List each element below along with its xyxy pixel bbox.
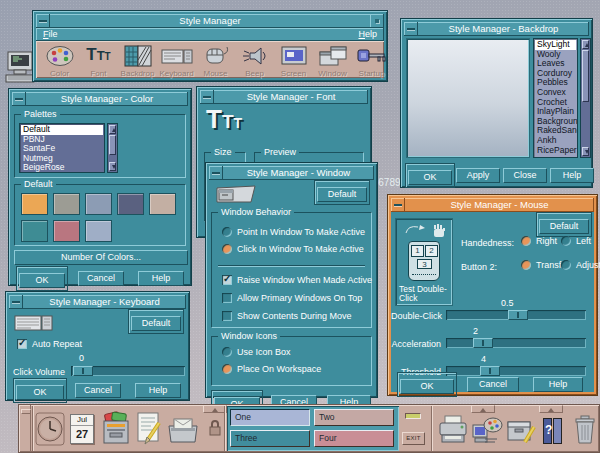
color-swatch[interactable]	[85, 220, 112, 242]
scroll-down-arrow[interactable]	[109, 162, 116, 171]
ok-button[interactable]: OK	[19, 273, 65, 288]
cancel-button[interactable]: Cancel	[75, 383, 121, 398]
workspace-button-four[interactable]: Four	[314, 430, 394, 447]
default-button[interactable]: Default	[317, 187, 367, 202]
color-swatch[interactable]	[21, 193, 48, 215]
color-swatch[interactable]	[53, 193, 80, 215]
threshold-slider[interactable]	[446, 366, 586, 376]
cancel-button[interactable]: Cancel	[467, 377, 519, 392]
apply-button[interactable]: Apply	[456, 168, 500, 183]
sm-icon-color[interactable]: Color	[40, 43, 79, 78]
help-button[interactable]: Help	[550, 168, 594, 183]
slider-knob[interactable]	[508, 310, 528, 320]
color-swatch[interactable]	[85, 193, 112, 215]
color-swatch[interactable]	[149, 193, 176, 215]
menu-help[interactable]: Help	[358, 28, 377, 41]
sm-icon-mouse[interactable]: Mouse	[196, 43, 235, 78]
radio-left[interactable]: Left	[561, 236, 591, 246]
checkbox-icon[interactable]	[17, 339, 27, 349]
workspace-button-three[interactable]: Three	[230, 430, 310, 447]
radio-icon[interactable]	[521, 260, 531, 270]
help-button[interactable]: Help	[533, 377, 583, 392]
slider-knob[interactable]	[480, 366, 500, 376]
clock-icon[interactable]	[35, 409, 65, 449]
palettes-scrollbar[interactable]	[107, 123, 118, 173]
scroll-up-arrow[interactable]	[582, 40, 589, 49]
radio-icon[interactable]	[222, 364, 232, 374]
workspace-button-two[interactable]: Two	[314, 409, 394, 426]
window-menu-button[interactable]	[200, 90, 214, 104]
workspace-button-one[interactable]: One	[230, 409, 310, 426]
window-menu-button[interactable]	[12, 92, 26, 106]
sm-icon-screen[interactable]: Screen	[274, 43, 313, 78]
window-menu-button[interactable]	[391, 198, 405, 212]
check-show-contents[interactable]: Show Contents During Move	[222, 311, 352, 321]
number-of-colors-button[interactable]: Number Of Colors...	[14, 250, 188, 265]
scroll-down-arrow[interactable]	[582, 147, 589, 156]
help-icon[interactable]: ?	[539, 414, 569, 448]
text-editor-icon[interactable]	[135, 410, 165, 448]
window-menu-button[interactable]	[404, 22, 418, 36]
checkbox-icon[interactable]	[222, 293, 232, 303]
color-swatch[interactable]	[53, 220, 80, 242]
slider-knob[interactable]	[473, 338, 493, 348]
sm-icon-font[interactable]: TTT Font	[79, 43, 118, 78]
app-manager-icon[interactable]	[505, 413, 537, 447]
click-volume-slider[interactable]	[71, 366, 185, 376]
scroll-thumb[interactable]	[582, 50, 589, 102]
radio-click-in-window[interactable]: Click In Window To Make Active	[222, 244, 364, 254]
palettes-list[interactable]: DefaultPBNJSantaFeNutmegBeigeRoseLilac	[19, 123, 105, 173]
help-button[interactable]: Help	[135, 383, 181, 398]
style-manager-icon[interactable]	[471, 414, 503, 448]
double-click-slider[interactable]	[446, 310, 586, 320]
radio-adjust[interactable]: Adjust	[561, 260, 600, 270]
list-item[interactable]: RicePaper	[535, 146, 576, 156]
slider-knob[interactable]	[73, 366, 93, 376]
mouse-test-area[interactable]: 1 2 3 Test Double-Click	[395, 218, 453, 306]
radio-icon[interactable]	[561, 236, 571, 246]
radio-icon[interactable]	[521, 236, 531, 246]
radio-place-on-workspace[interactable]: Place On Workspace	[222, 364, 321, 374]
lock-icon[interactable]	[207, 418, 223, 436]
sm-icon-backdrop[interactable]: Backdrop	[118, 43, 157, 78]
scroll-up-arrow[interactable]	[109, 125, 116, 134]
radio-icon[interactable]	[222, 227, 232, 237]
sm-icon-window[interactable]: Window	[313, 43, 352, 78]
file-manager-icon[interactable]	[100, 410, 132, 448]
sm-icon-beep[interactable]: Beep	[235, 43, 274, 78]
sm-icon-startup[interactable]: Startup	[352, 43, 391, 78]
mail-icon[interactable]	[167, 413, 199, 447]
cancel-button[interactable]: Cancel	[78, 271, 124, 286]
window-restore-button[interactable]	[370, 14, 384, 28]
exit-button[interactable]: EXIT	[402, 432, 425, 445]
panel-handle[interactable]	[19, 405, 31, 452]
check-auto-repeat[interactable]: Auto Repeat	[17, 339, 82, 349]
radio-icon[interactable]	[222, 244, 232, 254]
acceleration-slider[interactable]	[446, 338, 586, 348]
backdrop-scrollbar[interactable]	[580, 38, 591, 158]
checkbox-icon[interactable]	[222, 311, 232, 321]
radio-right[interactable]: Right	[521, 236, 557, 246]
default-button[interactable]: Default	[131, 316, 181, 331]
window-menu-button[interactable]	[209, 166, 223, 180]
radio-icon[interactable]	[561, 260, 571, 270]
help-button[interactable]: Help	[138, 271, 184, 286]
checkbox-icon[interactable]	[222, 275, 232, 285]
backdrop-list[interactable]: SkyLightWoolyLeavesCorduroyPebblesConvex…	[533, 38, 578, 158]
color-swatch[interactable]	[21, 220, 48, 242]
sm-icon-keyboard[interactable]: Keyboard	[157, 43, 196, 78]
ok-button[interactable]: OK	[400, 379, 454, 394]
check-primary-on-top[interactable]: Allow Primary Windows On Top	[222, 293, 362, 303]
radio-icon[interactable]	[222, 347, 232, 357]
radio-use-icon-box[interactable]: Use Icon Box	[222, 347, 291, 357]
subpanel-tab[interactable]	[539, 405, 563, 413]
radio-point-in-window[interactable]: Point In Window To Make Active	[222, 227, 365, 237]
window-menu-button[interactable]	[36, 14, 50, 28]
trash-icon[interactable]	[571, 413, 599, 447]
check-raise-window[interactable]: Raise Window When Made Active	[222, 275, 372, 285]
default-button[interactable]: Default	[539, 219, 589, 234]
menu-file[interactable]: File	[43, 28, 58, 41]
ok-button[interactable]: OK	[16, 385, 64, 400]
window-menu-button[interactable]	[9, 295, 23, 309]
calendar-icon[interactable]: Jul 27	[68, 411, 96, 447]
